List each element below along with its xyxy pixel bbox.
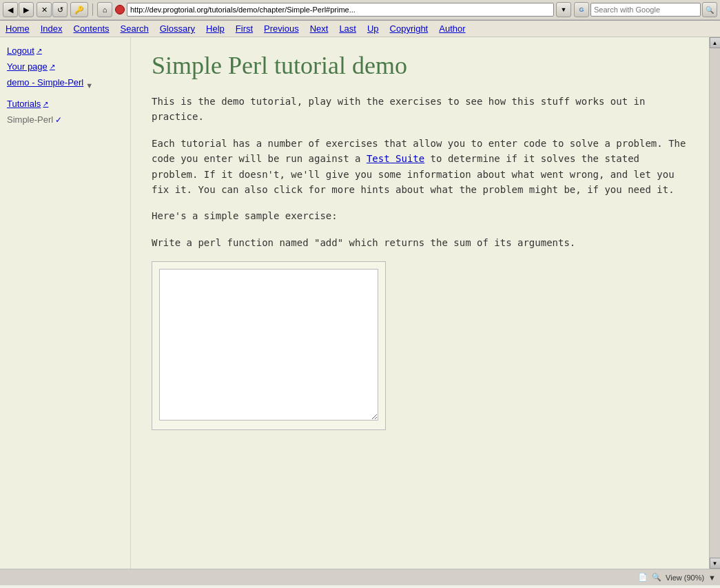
nav-back-group: ◀ ▶ [3, 2, 34, 17]
nav-previous[interactable]: Previous [264, 23, 299, 34]
status-bar: 📄 🔍 View (90%) ▼ [0, 569, 720, 585]
nav-help[interactable]: Help [206, 23, 225, 34]
external-link-icon-3: ↗ [43, 100, 48, 108]
nav-contents[interactable]: Contents [74, 23, 110, 34]
view-label: View (90%) [666, 574, 704, 582]
nav-search[interactable]: Search [121, 23, 149, 34]
external-link-icon: ↗ [37, 47, 42, 54]
sidebar: Logout ↗ Your page ↗ demo - Simple-Perl … [0, 37, 131, 569]
stop-button[interactable]: ✕ [37, 2, 52, 17]
sidebar-logout[interactable]: Logout ↗ [7, 45, 123, 56]
tutorials-label: Tutorials [7, 99, 41, 109]
sample-exercise-label: Here's a simple sample exercise: [152, 208, 688, 223]
page-layout: Logout ↗ Your page ↗ demo - Simple-Perl … [0, 37, 720, 569]
exercise-description: Write a perl function named "add" which … [152, 235, 688, 250]
test-suite-link[interactable]: Test Suite [367, 153, 424, 164]
sidebar-simple-perl: Simple-Perl ✓ [7, 114, 123, 125]
scroll-up-button[interactable]: ▲ [710, 37, 721, 48]
page-icon: 📄 [638, 573, 648, 582]
sidebar-your-page[interactable]: Your page ↗ [7, 61, 123, 72]
nav-first[interactable]: First [236, 23, 253, 34]
back-button[interactable]: ◀ [3, 2, 18, 17]
address-bar-container: ▼ [115, 2, 571, 17]
google-search-icon: G [574, 2, 589, 17]
simple-perl-label: Simple-Perl [7, 114, 53, 125]
exercise-area [152, 261, 386, 430]
divider [92, 3, 93, 16]
search-input[interactable] [590, 3, 701, 17]
search-group: G 🔍 [574, 2, 717, 17]
description-paragraph: Each tutorial has a number of exercises … [152, 136, 688, 198]
intro-paragraph: This is the demo tutorial, play with the… [152, 94, 688, 125]
code-editor[interactable] [159, 269, 378, 420]
address-input[interactable] [127, 3, 554, 17]
nav-home[interactable]: Home [6, 23, 30, 34]
key-icon-button[interactable]: 🔑 [70, 2, 88, 17]
checkmark-icon: ✓ [55, 115, 62, 125]
nav-glossary[interactable]: Glossary [160, 23, 195, 34]
nav-index[interactable]: Index [41, 23, 63, 34]
nav-up[interactable]: Up [367, 23, 379, 34]
sidebar-tutorials[interactable]: Tutorials ↗ [7, 99, 123, 109]
search-go-button[interactable]: 🔍 [702, 2, 717, 17]
view-dropdown-button[interactable]: ▼ [708, 574, 716, 582]
fwd-button[interactable]: ▶ [19, 2, 34, 17]
home-button[interactable]: ⌂ [97, 2, 112, 17]
reload-button[interactable]: ↺ [52, 2, 68, 17]
scroll-track[interactable] [710, 48, 721, 558]
scrollbar: ▲ ▼ [709, 37, 720, 569]
nav-copyright[interactable]: Copyright [390, 23, 429, 34]
nav-menu-bar: Home Index Contents Search Glossary Help… [0, 21, 720, 37]
nav-author[interactable]: Author [439, 23, 465, 34]
sidebar-demo[interactable]: demo - Simple-Perl [7, 77, 83, 88]
your-page-label: Your page [7, 61, 48, 72]
page-title: Simple Perl tutorial demo [152, 51, 688, 80]
sidebar-demo-row: demo - Simple-Perl ▼ [7, 77, 123, 93]
logout-label: Logout [7, 45, 34, 56]
main-content: Simple Perl tutorial demo This is the de… [131, 37, 709, 569]
address-go-button[interactable]: ▼ [556, 2, 571, 17]
scroll-down-button[interactable]: ▼ [710, 558, 721, 569]
nav-history-group: ✕ ↺ [37, 2, 68, 17]
external-link-icon-2: ↗ [50, 63, 55, 70]
dropdown-icon[interactable]: ▼ [85, 81, 93, 90]
nav-next[interactable]: Next [310, 23, 329, 34]
favicon [115, 5, 125, 14]
nav-last[interactable]: Last [339, 23, 356, 34]
zoom-icon: 🔍 [652, 573, 661, 582]
